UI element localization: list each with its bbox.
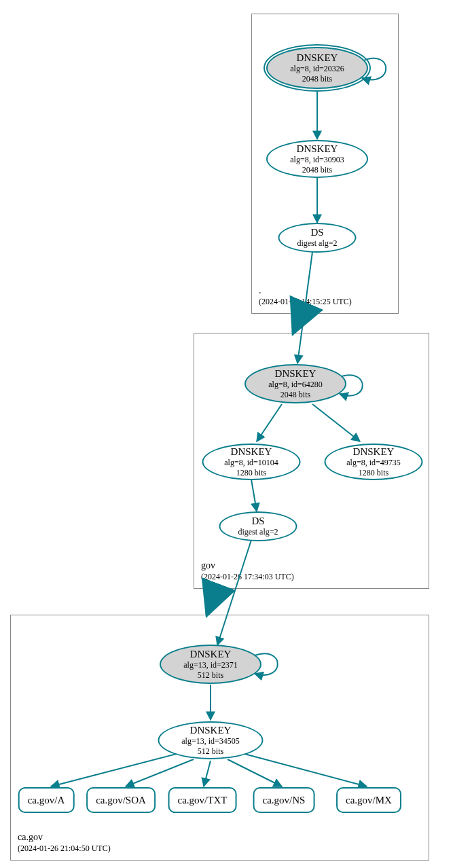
root-ds-line2: digest alg=2	[297, 238, 337, 248]
gov-zsk1-title: DNSKEY	[231, 446, 272, 458]
cagov-zsk-line2: alg=13, id=34505	[181, 736, 240, 746]
gov-ksk-line2: alg=8, id=64280	[268, 380, 323, 389]
root-ds-title: DS	[310, 227, 323, 238]
root-ksk-line3: 2048 bits	[302, 74, 332, 84]
cagov-ksk: DNSKEY alg=13, id=2371 512 bits	[160, 645, 261, 684]
zone-cagov-label: ca.gov (2024-01-26 21:04:50 UTC)	[18, 831, 111, 854]
zone-root-name: .	[259, 285, 352, 297]
gov-zsk2-title: DNSKEY	[353, 446, 395, 458]
gov-ds-title: DS	[251, 516, 264, 527]
gov-zsk2: DNSKEY alg=8, id=49735 1280 bits	[325, 444, 423, 480]
rr-txt-label: ca.gov/TXT	[178, 795, 228, 806]
cagov-ksk-title: DNSKEY	[190, 649, 232, 660]
cagov-ksk-line3: 512 bits	[198, 670, 223, 680]
cagov-zsk-title: DNSKEY	[190, 725, 232, 736]
cagov-zsk: DNSKEY alg=13, id=34505 512 bits	[158, 721, 264, 759]
zone-root-ts: (2024-01-26 14:15:25 UTC)	[259, 297, 352, 308]
rr-a-label: ca.gov/A	[28, 795, 65, 806]
gov-zsk1: DNSKEY alg=8, id=10104 1280 bits	[202, 444, 301, 480]
root-zsk-line2: alg=8, id=30903	[290, 155, 344, 164]
rrset-txt: ca.gov/TXT	[168, 787, 237, 813]
root-ksk: DNSKEY alg=8, id=20326 2048 bits	[266, 47, 368, 89]
gov-ksk-title: DNSKEY	[275, 368, 316, 380]
cagov-ksk-line2: alg=13, id=2371	[183, 660, 238, 670]
zone-gov-name: gov	[201, 560, 294, 572]
rrset-soa: ca.gov/SOA	[86, 787, 156, 813]
rrset-a: ca.gov/A	[18, 787, 75, 813]
gov-ksk-line3: 2048 bits	[280, 390, 310, 399]
root-ds: DS digest alg=2	[278, 223, 357, 253]
zone-root-label: . (2024-01-26 14:15:25 UTC)	[259, 285, 352, 308]
svg-line-8	[207, 587, 217, 615]
rrset-ns: ca.gov/NS	[253, 787, 315, 813]
root-ksk-title: DNSKEY	[297, 52, 338, 64]
root-zsk: DNSKEY alg=8, id=30903 2048 bits	[266, 140, 368, 178]
zone-cagov-ts: (2024-01-26 21:04:50 UTC)	[18, 844, 111, 854]
cagov-zsk-line3: 512 bits	[198, 746, 223, 756]
gov-zsk1-line2: alg=8, id=10104	[224, 458, 278, 467]
gov-zsk1-line3: 1280 bits	[236, 468, 266, 477]
gov-ds: DS digest alg=2	[219, 511, 297, 541]
root-zsk-title: DNSKEY	[297, 143, 338, 155]
root-ksk-line2: alg=8, id=20326	[290, 64, 344, 73]
root-zsk-line3: 2048 bits	[302, 165, 332, 175]
gov-ds-line2: digest alg=2	[238, 527, 278, 537]
rr-mx-label: ca.gov/MX	[346, 795, 392, 806]
gov-ksk: DNSKEY alg=8, id=64280 2048 bits	[244, 364, 346, 403]
rr-soa-label: ca.gov/SOA	[96, 795, 146, 806]
gov-zsk2-line2: alg=8, id=49735	[346, 458, 401, 467]
zone-cagov-name: ca.gov	[18, 831, 111, 844]
svg-line-3	[293, 312, 302, 333]
gov-zsk2-line3: 1280 bits	[359, 468, 388, 477]
rrset-mx: ca.gov/MX	[336, 787, 401, 813]
rr-ns-label: ca.gov/NS	[263, 795, 306, 806]
zone-gov-label: gov (2024-01-26 17:34:03 UTC)	[201, 560, 294, 583]
zone-gov-ts: (2024-01-26 17:34:03 UTC)	[201, 572, 294, 583]
